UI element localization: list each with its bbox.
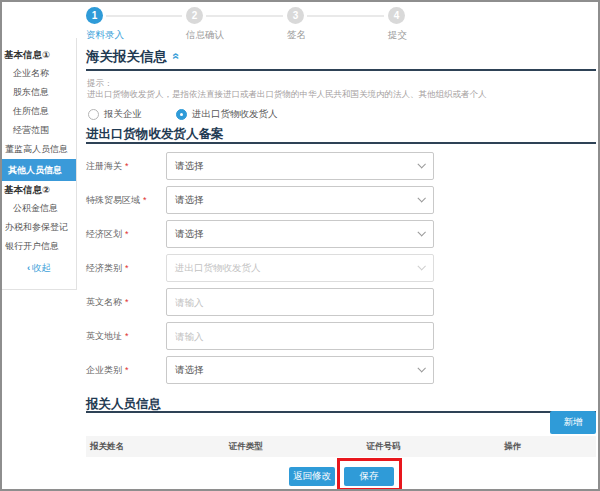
- sidebar-item-address-info[interactable]: 住所信息: [2, 102, 76, 121]
- step-label-3: 签名: [287, 29, 397, 42]
- step-label-1: 资料录入: [86, 29, 196, 42]
- form-row-economic-zone: 经济区划* 请选择: [86, 220, 600, 248]
- registered-customs-select[interactable]: 请选择: [166, 152, 434, 180]
- sidebar-nav: 基本信息① 企业名称 股东信息 住所信息 经营范围 董监高人员信息 其他人员信息…: [2, 38, 77, 290]
- sidebar-section-basic-info-2: 基本信息②: [2, 181, 76, 199]
- section-divider: [86, 142, 596, 144]
- consignee-registration-section-title: 进出口货物收发货人备案: [86, 126, 224, 143]
- select-value: 请选择: [175, 364, 204, 377]
- staff-table-header: 报关姓名 证件类型 证件号码 操作: [86, 436, 596, 457]
- english-name-input[interactable]: [166, 288, 434, 316]
- field-label: 特殊贸易区域*: [86, 194, 166, 207]
- back-modify-button[interactable]: 返回修改: [289, 467, 335, 486]
- hint-text: 进出口货物收发货人，是指依法直接进口或者出口货物的中华人民共和国关境内的法人、其…: [87, 89, 487, 101]
- chevron-down-icon: [417, 262, 425, 270]
- sidebar-item-housing-fund-info[interactable]: 公积金信息: [2, 199, 76, 218]
- select-value: 请选择: [175, 194, 204, 207]
- field-label: 经济区划*: [86, 228, 166, 241]
- step-indicator-3: 3: [287, 7, 304, 24]
- economic-category-select-disabled: 进出口货物收发货人: [166, 254, 434, 282]
- radio-import-export-consignee-label: 进出口货物收发货人: [192, 108, 278, 121]
- special-trade-zone-select[interactable]: 请选择: [166, 186, 434, 214]
- required-asterisk: *: [125, 365, 129, 375]
- wizard-stepper: 1 资料录入 2 信息确认 3 签名 4 提交: [2, 2, 598, 42]
- page-title: 海关报关信息«: [86, 48, 180, 66]
- save-button[interactable]: 保存: [344, 467, 394, 486]
- economic-zone-select[interactable]: 请选择: [166, 220, 434, 248]
- field-label: 注册海关*: [86, 160, 166, 173]
- sidebar-item-other-personnel-info[interactable]: 其他人员信息: [2, 159, 76, 181]
- col-actions: 操作: [504, 441, 596, 453]
- required-asterisk: *: [125, 331, 129, 341]
- form-row-english-address: 英文地址*: [86, 322, 600, 350]
- sidebar-item-company-name[interactable]: 企业名称: [2, 64, 76, 83]
- chevron-down-icon: [417, 194, 425, 202]
- form-row-registered-customs: 注册海关* 请选择: [86, 152, 600, 180]
- sidebar-item-business-scope[interactable]: 经营范围: [2, 121, 76, 140]
- chevron-down-icon: [417, 160, 425, 168]
- registration-form: 注册海关* 请选择 特殊贸易区域* 请选择 经济区划* 请选择 经济类别* 进出…: [86, 152, 600, 390]
- radio-customs-enterprise[interactable]: [88, 109, 99, 120]
- sidebar-section-basic-info-1: 基本信息①: [2, 46, 76, 64]
- step-info-confirm: 2 信息确认: [186, 7, 296, 42]
- required-asterisk: *: [125, 263, 129, 273]
- app-window: 1 资料录入 2 信息确认 3 签名 4 提交 基本信息① 企业名称 股东信息 …: [0, 0, 600, 491]
- field-label: 英文地址*: [86, 330, 166, 343]
- sidebar-collapse-label: 收起: [32, 262, 51, 273]
- title-divider: [86, 69, 596, 71]
- select-value: 进出口货物收发货人: [175, 262, 261, 275]
- field-label: 经济类别*: [86, 262, 166, 275]
- field-label: 企业类别*: [86, 364, 166, 377]
- step-indicator-1: 1: [86, 7, 103, 24]
- required-asterisk: *: [125, 297, 129, 307]
- english-address-input[interactable]: [166, 322, 434, 350]
- form-row-english-name: 英文名称*: [86, 288, 600, 316]
- col-id-number: 证件号码: [366, 441, 504, 453]
- form-row-special-trade-zone: 特殊贸易区域* 请选择: [86, 186, 600, 214]
- step-indicator-4: 4: [388, 7, 405, 24]
- page-title-text: 海关报关信息: [86, 49, 167, 64]
- sidebar-item-bank-account-info[interactable]: 银行开户信息: [2, 237, 76, 256]
- field-label: 英文名称*: [86, 296, 166, 309]
- step-label-2: 信息确认: [186, 29, 296, 42]
- select-value: 请选择: [175, 228, 204, 241]
- sidebar-item-shareholder-info[interactable]: 股东信息: [2, 83, 76, 102]
- radio-customs-enterprise-label: 报关企业: [104, 108, 142, 121]
- chevron-left-icon: ‹: [27, 262, 30, 273]
- col-id-type: 证件类型: [229, 441, 367, 453]
- enterprise-category-select[interactable]: 请选择: [166, 356, 434, 384]
- staff-section-divider: [86, 411, 596, 413]
- chevron-down-icon: [417, 228, 425, 236]
- step-data-entry: 1 资料录入: [86, 7, 196, 42]
- collapse-up-icon[interactable]: «: [169, 53, 183, 60]
- form-row-economic-category: 经济类别* 进出口货物收发货人: [86, 254, 600, 282]
- sidebar-collapse-button[interactable]: ‹收起: [2, 256, 76, 280]
- required-asterisk: *: [125, 229, 129, 239]
- select-value: 请选择: [175, 160, 204, 173]
- required-asterisk: *: [143, 195, 147, 205]
- sidebar-item-tax-social-security[interactable]: 办税和参保登记: [2, 218, 76, 237]
- form-row-enterprise-category: 企业类别* 请选择: [86, 356, 600, 384]
- declaration-type-radio-group: 报关企业 进出口货物收发货人: [88, 108, 278, 121]
- step-indicator-2: 2: [186, 7, 203, 24]
- sidebar-item-executives-info[interactable]: 董监高人员信息: [2, 140, 76, 159]
- add-staff-button[interactable]: 新增: [550, 411, 596, 434]
- required-asterisk: *: [125, 161, 129, 171]
- col-declarant-name: 报关姓名: [86, 441, 229, 453]
- step-signature: 3 签名: [287, 7, 397, 42]
- chevron-down-icon: [417, 364, 425, 372]
- step-label-4: 提交: [388, 29, 498, 42]
- radio-import-export-consignee[interactable]: [176, 109, 187, 120]
- step-submit: 4 提交: [388, 7, 498, 42]
